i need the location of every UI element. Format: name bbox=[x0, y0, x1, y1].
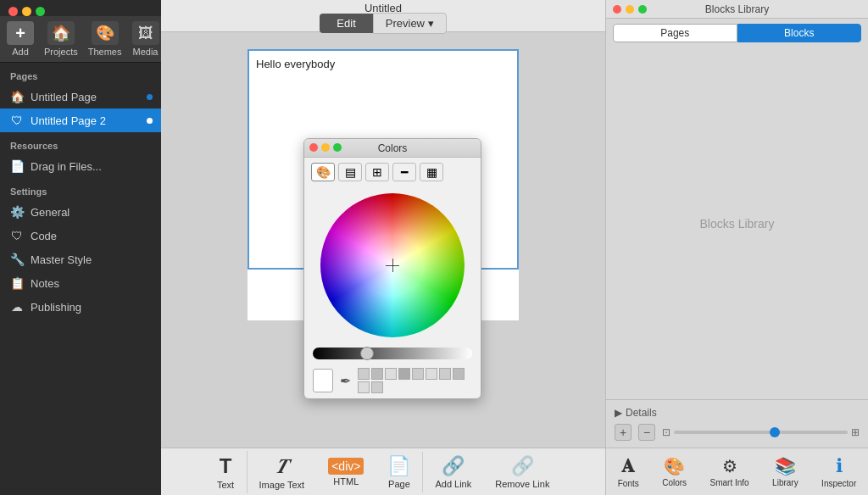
html-tool[interactable]: <div> HTML bbox=[316, 454, 376, 490]
current-color-swatch[interactable] bbox=[313, 369, 333, 392]
page-tool-icon: 📄 bbox=[387, 455, 410, 477]
right-bottom-toolbar: 𝐀 Fonts 🎨 Colors ⚙ Smart Info 📚 Library … bbox=[606, 448, 868, 495]
colors-title: Colors bbox=[378, 142, 408, 154]
color-swatch-2[interactable] bbox=[371, 368, 383, 380]
page-dot-2 bbox=[147, 118, 153, 124]
sidebar-item-publishing[interactable]: ☁ Publishing bbox=[0, 295, 161, 319]
close-button[interactable] bbox=[8, 7, 18, 16]
colors-minimize[interactable] bbox=[321, 143, 330, 152]
bottom-toolbar: T Text 𝑻 Image Text <div> HTML 📄 Page 🔗 … bbox=[161, 448, 605, 495]
sidebar-item-notes[interactable]: 📋 Notes bbox=[0, 271, 161, 295]
media-button[interactable]: 🖼 Media bbox=[132, 21, 159, 57]
sidebar-item-code[interactable]: 🛡 Code bbox=[0, 224, 161, 248]
color-wheel-container[interactable] bbox=[304, 186, 481, 344]
color-swatch-10[interactable] bbox=[371, 381, 383, 393]
smart-info-icon: ⚙ bbox=[722, 456, 737, 476]
colors-close[interactable] bbox=[309, 143, 318, 152]
color-swatches-grid bbox=[358, 368, 472, 393]
right-maximize[interactable] bbox=[638, 5, 647, 14]
color-swatch-3[interactable] bbox=[385, 368, 397, 380]
colors-tabs: 🎨 ▤ ⊞ ━ ▦ bbox=[304, 158, 481, 186]
tab-pages[interactable]: Pages bbox=[613, 24, 737, 42]
colors-bottom: ✒ bbox=[304, 363, 481, 398]
sidebar-item-master-style[interactable]: 🔧 Master Style bbox=[0, 248, 161, 271]
colors-tool[interactable]: 🎨 Colors bbox=[662, 456, 687, 487]
wrench-icon: 🔧 bbox=[10, 253, 24, 266]
traffic-lights bbox=[0, 0, 161, 16]
colors-title-bar: Colors bbox=[304, 139, 481, 158]
brightness-thumb[interactable] bbox=[360, 347, 374, 360]
sidebar-item-drag-files[interactable]: 📄 Drag in Files... bbox=[0, 154, 161, 178]
block-size-slider[interactable] bbox=[674, 431, 848, 434]
color-tab-image[interactable]: ━ bbox=[392, 163, 416, 181]
color-swatch-9[interactable] bbox=[358, 381, 370, 393]
blocks-library-title: Blocks Library bbox=[705, 3, 769, 15]
sidebar-item-untitled-page-2[interactable]: 🛡 Untitled Page 2 bbox=[0, 108, 161, 132]
inspector-icon: ℹ bbox=[836, 455, 843, 477]
details-section: ▶ Details + − ⊡ ⊞ bbox=[606, 399, 868, 448]
colors-traffic-lights bbox=[309, 143, 342, 152]
right-tabs: Pages Blocks bbox=[606, 19, 868, 47]
remove-link-icon: 🔗 bbox=[511, 455, 534, 477]
right-panel: Blocks Library Pages Blocks Blocks Libra… bbox=[605, 0, 868, 495]
details-header: ▶ Details bbox=[615, 407, 860, 419]
page-dot bbox=[147, 94, 153, 100]
pages-section-label: Pages bbox=[0, 63, 161, 85]
remove-block-button[interactable]: − bbox=[638, 424, 655, 441]
color-swatch-4[interactable] bbox=[398, 368, 410, 380]
color-swatch-8[interactable] bbox=[453, 368, 465, 380]
inspector-tool[interactable]: ℹ Inspector bbox=[821, 455, 856, 488]
large-icon: ⊞ bbox=[851, 426, 860, 438]
right-minimize[interactable] bbox=[626, 5, 634, 14]
page-tool[interactable]: 📄 Page bbox=[376, 452, 423, 492]
fonts-icon: 𝐀 bbox=[621, 455, 635, 477]
sidebar-item-untitled-page[interactable]: 🏠 Untitled Page bbox=[0, 85, 161, 108]
color-tab-crayon[interactable]: ▦ bbox=[420, 163, 443, 181]
color-tab-wheel[interactable]: 🎨 bbox=[311, 163, 335, 181]
right-close[interactable] bbox=[613, 5, 621, 14]
image-text-icon: 𝑻 bbox=[275, 454, 288, 478]
center-area: Untitled Edit Preview ▾ Hello everybody … bbox=[161, 0, 605, 495]
themes-button[interactable]: 🎨 Themes bbox=[88, 21, 122, 57]
color-swatch-7[interactable] bbox=[439, 368, 451, 380]
window-title: Untitled bbox=[364, 2, 402, 14]
add-link-tool[interactable]: 🔗 Add Link bbox=[423, 452, 483, 492]
settings-section-label: Settings bbox=[0, 178, 161, 200]
text-tool-icon: T bbox=[220, 454, 232, 478]
color-tab-palettes[interactable]: ⊞ bbox=[365, 163, 389, 181]
eyedropper-button[interactable]: ✒ bbox=[340, 373, 351, 389]
colors-maximize[interactable] bbox=[333, 143, 342, 152]
text-tool[interactable]: T Text bbox=[205, 451, 248, 493]
left-sidebar: + Add 🏠 Projects 🎨 Themes 🖼 Media Pages … bbox=[0, 0, 161, 495]
file-icon: 📄 bbox=[10, 159, 24, 173]
add-block-button[interactable]: + bbox=[615, 424, 632, 441]
tab-blocks[interactable]: Blocks bbox=[737, 24, 862, 42]
add-button[interactable]: + Add bbox=[7, 21, 34, 57]
brightness-slider[interactable] bbox=[313, 348, 472, 359]
image-text-tool[interactable]: 𝑻 Image Text bbox=[248, 451, 317, 493]
color-swatch-5[interactable] bbox=[412, 368, 424, 380]
color-wheel[interactable] bbox=[320, 193, 465, 337]
edit-button[interactable]: Edit bbox=[320, 14, 372, 33]
html-tool-icon: <div> bbox=[328, 458, 364, 475]
sidebar-toolbar: + Add 🏠 Projects 🎨 Themes 🖼 Media bbox=[0, 16, 161, 63]
color-swatch-1[interactable] bbox=[358, 368, 370, 380]
color-tab-sliders[interactable]: ▤ bbox=[338, 163, 362, 181]
smart-info-tool[interactable]: ⚙ Smart Info bbox=[710, 456, 749, 487]
blocks-library-label: Blocks Library bbox=[700, 217, 775, 231]
color-swatch-6[interactable] bbox=[426, 368, 437, 380]
cloud-icon: ☁ bbox=[10, 300, 24, 314]
sidebar-item-general[interactable]: ⚙️ General bbox=[0, 200, 161, 224]
preview-button[interactable]: Preview ▾ bbox=[373, 13, 447, 34]
minimize-button[interactable] bbox=[22, 7, 31, 16]
maximize-button[interactable] bbox=[36, 7, 45, 16]
block-size-slider-container: ⊡ ⊞ bbox=[662, 426, 860, 438]
small-icon: ⊡ bbox=[662, 426, 670, 438]
edit-preview-bar: Edit Preview ▾ bbox=[320, 13, 446, 34]
projects-button[interactable]: 🏠 Projects bbox=[44, 21, 78, 57]
fonts-tool[interactable]: 𝐀 Fonts bbox=[618, 455, 639, 488]
library-tool[interactable]: 📚 Library bbox=[772, 456, 798, 487]
block-size-thumb[interactable] bbox=[770, 427, 780, 437]
library-icon: 📚 bbox=[775, 456, 796, 476]
remove-link-tool[interactable]: 🔗 Remove Link bbox=[483, 452, 561, 492]
